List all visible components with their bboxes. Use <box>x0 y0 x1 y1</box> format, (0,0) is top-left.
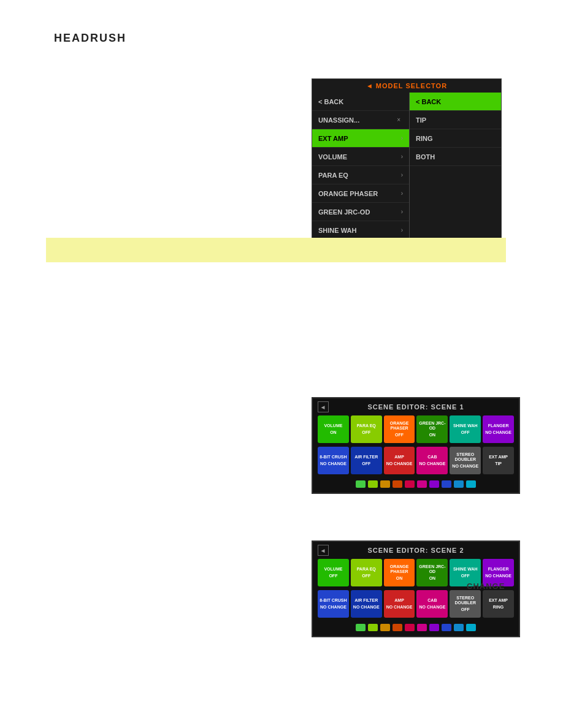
ms-left-unassign-x: × <box>397 116 400 123</box>
ms-left-shinewah[interactable]: SHINE WAH › <box>312 221 409 240</box>
scene2-paraeq-cell[interactable]: PARA EQ OFF <box>351 559 382 586</box>
scene2-paraeq-name: PARA EQ <box>357 567 376 572</box>
scene2-color-dot-9[interactable] <box>454 624 464 631</box>
scene2-orangephaser-cell[interactable]: ORANGE PHASER ON <box>384 559 415 586</box>
scene2-volume-cell[interactable]: VOLUME OFF <box>318 559 349 586</box>
scene1-amp-cell[interactable]: AMP NO CHANGE <box>384 447 415 474</box>
scene2-orangephaser-name: ORANGE PHASER <box>385 564 414 575</box>
color-dot-3[interactable] <box>380 480 390 488</box>
scene2-extamp-status: RING <box>493 605 504 610</box>
ms-left-back[interactable]: < BACK <box>312 93 409 111</box>
scene2-shinewah-status: OFF <box>461 574 470 578</box>
ms-left-shinewah-arrow: › <box>401 227 403 233</box>
scene2-greenjrcod-cell[interactable]: GREEN JRC-OD ON <box>416 559 448 586</box>
ms-right-tip[interactable]: TIP <box>410 111 501 129</box>
scene1-stereodoubler-cell[interactable]: STEREO DOUBLER NO CHANGE <box>450 447 481 474</box>
ms-left-volume[interactable]: VOLUME › <box>312 148 409 166</box>
scene2-color-dot-2[interactable] <box>368 624 378 631</box>
scene2-color-dot-7[interactable] <box>429 624 439 631</box>
ms-left-greenjrcod-arrow: › <box>401 208 403 215</box>
scene1-shinewah-name: SHINE WAH <box>453 423 478 428</box>
scene1-shinewah-cell[interactable]: SHINE WAH OFF <box>450 415 481 443</box>
scene1-cab-status: NO CHANGE <box>419 461 446 466</box>
color-dot-5[interactable] <box>405 480 415 488</box>
ms-left-paraeq-arrow: › <box>401 172 403 178</box>
scene2-airfilter-cell[interactable]: AIR FILTER NO CHANGE <box>351 590 382 618</box>
scene1-volume-cell[interactable]: VOLUME ON <box>318 415 349 443</box>
color-dot-9[interactable] <box>454 480 464 488</box>
ms-left-unassign[interactable]: UNASSIGN... × <box>312 111 409 129</box>
ms-left-extamp[interactable]: EXT AMP › <box>312 129 409 148</box>
scene-editor-1-colors <box>318 478 514 488</box>
ms-left-orangephaser-arrow: › <box>401 190 403 197</box>
scene-editor-1-header: ◄ SCENE EDITOR: SCENE 1 <box>318 403 514 411</box>
scene1-shinewah-status: OFF <box>461 430 470 435</box>
scene2-color-dot-10[interactable] <box>466 624 476 631</box>
scene2-color-dot-8[interactable] <box>442 624 451 631</box>
scene-editor-1-row2: 8-BIT CRUSH NO CHANGE AIR FILTER OFF AMP… <box>318 447 514 474</box>
scene2-paraeq-status: OFF <box>362 574 370 578</box>
scene2-amp-cell[interactable]: AMP NO CHANGE <box>384 590 415 618</box>
note-bar <box>46 238 506 262</box>
ms-left-orangephaser-label: ORANGE PHASER <box>318 190 401 197</box>
color-dot-8[interactable] <box>442 480 451 488</box>
scene1-paraeq-cell[interactable]: PARA EQ OFF <box>351 415 382 443</box>
change-label: CHANGE <box>467 582 505 591</box>
scene2-color-dot-6[interactable] <box>417 624 427 631</box>
color-dot-4[interactable] <box>393 480 402 488</box>
scene-editor-1: ◄ SCENE EDITOR: SCENE 1 VOLUME ON PARA E… <box>312 397 520 494</box>
color-dot-10[interactable] <box>466 480 476 488</box>
scene-editor-2-row2: 8-BIT CRUSH NO CHANGE AIR FILTER NO CHAN… <box>318 590 514 618</box>
model-selector-title: MODEL SELECTOR <box>376 82 447 89</box>
color-dot-1[interactable] <box>356 480 366 488</box>
headrush-logo: HEADRUSH <box>54 32 126 45</box>
scene1-extamp-cell[interactable]: EXT AMP TIP <box>483 447 514 474</box>
scene-editor-1-back-btn[interactable]: ◄ <box>318 401 329 412</box>
scene2-cab-name: CAB <box>427 598 437 603</box>
scene2-8bitcrush-cell[interactable]: 8-BIT CRUSH NO CHANGE <box>318 590 349 618</box>
scene-editor-1-row1: VOLUME ON PARA EQ OFF ORANGE PHASER OFF … <box>318 415 514 443</box>
model-selector-content: < BACK UNASSIGN... × EXT AMP › VOLUME › … <box>312 93 501 240</box>
scene-editor-2-header: ◄ SCENE EDITOR: SCENE 2 <box>318 547 514 554</box>
scene2-color-dot-3[interactable] <box>380 624 390 631</box>
ms-left-orangephaser[interactable]: ORANGE PHASER › <box>312 184 409 203</box>
scene-editor-2-back-btn[interactable]: ◄ <box>318 545 329 556</box>
scene1-orangephaser-cell[interactable]: ORANGE PHASER OFF <box>384 415 415 443</box>
scene2-color-dot-5[interactable] <box>405 624 415 631</box>
ms-left-greenjrcod-label: GREEN JRC-OD <box>318 208 401 216</box>
scene2-extamp-name: EXT AMP <box>489 598 508 603</box>
color-dot-7[interactable] <box>429 480 439 488</box>
scene1-greenjrcod-cell[interactable]: GREEN JRC-OD ON <box>416 415 448 443</box>
scene2-amp-status: NO CHANGE <box>386 605 413 610</box>
scene2-cab-cell[interactable]: CAB NO CHANGE <box>416 590 448 618</box>
ms-left-volume-arrow: › <box>401 153 403 160</box>
ms-right-back[interactable]: < BACK <box>410 93 501 111</box>
ms-right-back-label: < BACK <box>416 98 495 105</box>
model-selector-header: ◄ MODEL SELECTOR <box>312 79 501 93</box>
ms-left-paraeq[interactable]: PARA EQ › <box>312 166 409 184</box>
ms-right-ring-label: RING <box>416 135 495 142</box>
scene1-flanger-cell[interactable]: FLANGER NO CHANGE <box>483 415 514 443</box>
scene2-color-dot-4[interactable] <box>393 624 402 631</box>
color-dot-2[interactable] <box>368 480 378 488</box>
scene2-color-dot-1[interactable] <box>356 624 366 631</box>
scene2-stereodoubler-cell[interactable]: STEREO DOUBLER OFF <box>450 590 481 618</box>
ms-left-volume-label: VOLUME <box>318 153 401 161</box>
scene1-greenjrcod-status: ON <box>429 433 436 438</box>
scene1-orangephaser-name: ORANGE PHASER <box>385 421 414 431</box>
scene1-airfilter-cell[interactable]: AIR FILTER OFF <box>351 447 382 474</box>
scene2-extamp-cell[interactable]: EXT AMP RING <box>483 590 514 618</box>
color-dot-6[interactable] <box>417 480 427 488</box>
ms-right-ring[interactable]: RING <box>410 129 501 148</box>
scene2-flanger-name: FLANGER <box>488 567 509 572</box>
scene2-shinewah-name: SHINE WAH <box>453 567 478 572</box>
scene-editor-2-back-arrow: ◄ <box>320 547 327 554</box>
scene2-stereodoubler-status: OFF <box>461 607 470 612</box>
ms-right-both[interactable]: BOTH <box>410 148 501 166</box>
scene2-volume-name: VOLUME <box>324 567 342 572</box>
ms-left-greenjrcod[interactable]: GREEN JRC-OD › <box>312 203 409 221</box>
scene2-greenjrcod-status: ON <box>429 576 436 581</box>
scene1-8bitcrush-cell[interactable]: 8-BIT CRUSH NO CHANGE <box>318 447 349 474</box>
ms-left-unassign-label: UNASSIGN... <box>318 116 397 124</box>
scene1-cab-cell[interactable]: CAB NO CHANGE <box>416 447 448 474</box>
